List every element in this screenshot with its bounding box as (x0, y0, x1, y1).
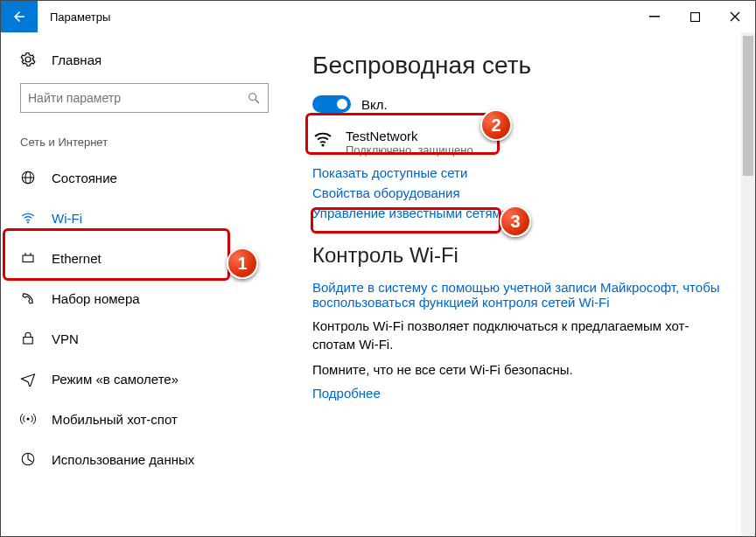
sidebar-item-label: Мобильный хот-спот (52, 412, 178, 427)
control-desc: Контроль Wi-Fi позволяет подключаться к … (312, 317, 731, 353)
close-button[interactable] (715, 1, 755, 32)
back-button[interactable] (1, 1, 38, 32)
svg-rect-11 (24, 338, 33, 345)
minimize-button[interactable] (634, 1, 675, 32)
annotation-badge-1: 1 (227, 248, 258, 279)
search-icon (247, 91, 261, 105)
sidebar-item-label: Ethernet (52, 251, 102, 266)
vpn-icon (20, 331, 36, 346)
link-hw-properties[interactable]: Свойства оборудования (312, 185, 731, 200)
svg-point-12 (27, 418, 30, 421)
svg-line-3 (256, 100, 259, 103)
minimize-icon (649, 11, 660, 22)
control-warn: Помните, что не все сети Wi-Fi безопасны… (312, 360, 731, 379)
wifi-icon (312, 129, 333, 150)
svg-rect-1 (690, 12, 699, 21)
sidebar-item-datausage[interactable]: Использование данных (1, 439, 288, 479)
hotspot-icon (20, 411, 36, 427)
network-status: Подключено, защищено (346, 143, 473, 157)
annotation-badge-3: 3 (500, 206, 531, 237)
maximize-icon (690, 12, 700, 22)
sidebar-home-label: Главная (52, 52, 102, 67)
heading-control: Контроль Wi-Fi (312, 243, 731, 268)
sidebar-item-dialup[interactable]: Набор номера (1, 278, 288, 318)
sidebar-item-label: Режим «в самолете» (52, 372, 178, 387)
link-more[interactable]: Подробнее (312, 386, 731, 401)
sidebar-item-label: VPN (52, 331, 79, 346)
gear-icon (20, 52, 36, 67)
link-show-networks[interactable]: Показать доступные сети (312, 165, 731, 180)
sidebar-home[interactable]: Главная (1, 46, 288, 76)
sidebar-item-label: Состояние (52, 171, 117, 185)
section-label: Сеть и Интернет (1, 120, 288, 157)
sidebar-item-vpn[interactable]: VPN (1, 318, 288, 359)
sidebar-item-hotspot[interactable]: Мобильный хот-спот (1, 399, 288, 439)
network-name: TestNetwork (346, 129, 473, 143)
airplane-icon (20, 371, 36, 387)
search-input[interactable] (28, 91, 247, 105)
sidebar-item-label: Набор номера (52, 291, 140, 306)
svg-rect-8 (23, 255, 33, 262)
wifi-toggle-label: Вкл. (361, 97, 388, 112)
sidebar-item-label: Wi-Fi (52, 211, 82, 226)
scrollbar-thumb[interactable] (743, 36, 753, 176)
sidebar: Главная Сеть и Интернет Состояние Wi-Fi … (1, 32, 288, 536)
dialup-icon (20, 290, 36, 306)
wifi-toggle[interactable] (312, 95, 351, 113)
globe-icon (20, 170, 36, 185)
maximize-button[interactable] (675, 1, 715, 32)
svg-point-7 (27, 221, 29, 223)
scrollbar[interactable] (741, 32, 755, 536)
ethernet-icon (20, 250, 36, 266)
close-icon (730, 11, 740, 22)
main-panel: Беспроводная сеть Вкл. TestNetwork Подкл… (288, 32, 755, 536)
window-title: Параметры (50, 10, 634, 24)
svg-point-14 (321, 143, 324, 146)
sidebar-item-label: Использование данных (52, 452, 194, 467)
svg-point-2 (249, 94, 256, 101)
sidebar-item-status[interactable]: Состояние (1, 157, 288, 198)
annotation-badge-2: 2 (480, 109, 512, 141)
wifi-icon (20, 210, 36, 226)
search-box[interactable] (20, 83, 269, 113)
link-signin[interactable]: Войдите в систему с помощью учетной запи… (312, 280, 731, 310)
sidebar-item-wifi[interactable]: Wi-Fi (1, 198, 288, 238)
datausage-icon (20, 451, 36, 467)
svg-rect-0 (649, 16, 660, 17)
arrow-left-icon (11, 9, 27, 24)
heading-wifi: Беспроводная сеть (312, 52, 731, 80)
sidebar-item-airplane[interactable]: Режим «в самолете» (1, 359, 288, 399)
